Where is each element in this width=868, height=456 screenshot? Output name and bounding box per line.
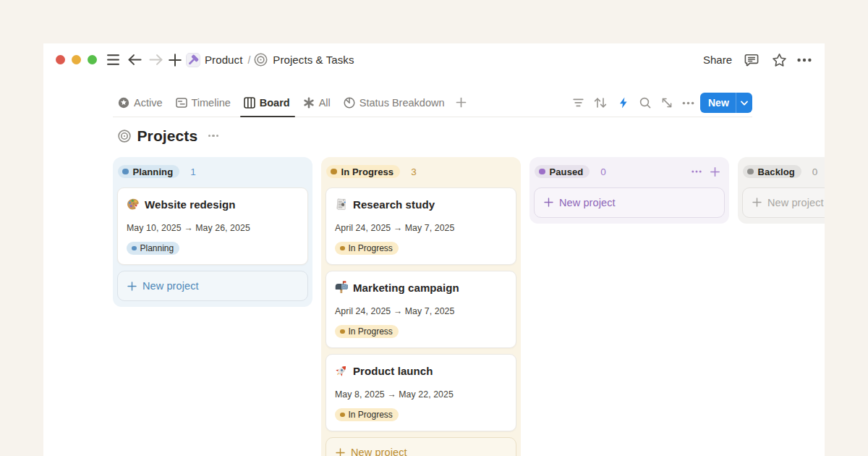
card-research-study[interactable]: Research study April 24, 2025 → May 7, 2… (326, 187, 516, 266)
column-header[interactable]: In Progress 3 (326, 165, 516, 178)
expand-diagonal-icon[interactable] (661, 97, 673, 109)
page-target-icon (254, 53, 268, 67)
column-paused: Paused 0 New project (529, 157, 729, 224)
column-header[interactable]: Planning 1 (117, 165, 308, 178)
status-badge-label: In Progress (349, 243, 393, 253)
new-project-button-paused[interactable]: New project (534, 187, 725, 218)
board-title-row: Projects (113, 125, 218, 147)
breadcrumb-workspace[interactable]: Product (205, 54, 242, 66)
back-arrow-icon[interactable] (128, 54, 142, 65)
group-count: 0 (600, 166, 606, 177)
card-date-range: April 24, 2025 → May 7, 2025 (335, 306, 507, 316)
plus-icon (127, 282, 137, 291)
column-in-progress: In Progress 3 Researc (321, 157, 521, 456)
group-name: In Progress (341, 166, 394, 177)
status-dot (331, 169, 337, 175)
traffic-light-minimize[interactable] (72, 55, 81, 64)
status-dot (122, 169, 129, 175)
card-status-badge: In Progress (335, 325, 399, 338)
tab-label: Timeline (192, 97, 231, 109)
new-project-button-backlog[interactable]: New project (742, 187, 825, 218)
group-count: 3 (411, 166, 417, 177)
column-more-icon[interactable] (692, 170, 702, 173)
view-tabs-bar: Active Timeline Board All Status Breakdo… (113, 93, 752, 117)
sort-icon[interactable] (594, 97, 607, 109)
window-titlebar: Product / Projects & Tasks Share (43, 44, 825, 75)
timeline-icon (176, 97, 187, 109)
kanban-board: Planning 1 (113, 157, 825, 456)
card-title: Product launch (353, 365, 433, 377)
group-pill-paused[interactable]: Paused (535, 165, 590, 178)
forward-arrow-icon[interactable] (149, 54, 163, 65)
filter-icon[interactable] (573, 98, 584, 107)
tab-board[interactable]: Board (241, 93, 293, 117)
asterisk-icon (303, 97, 315, 109)
view-tabs: Active Timeline Board All Status Breakdo… (113, 93, 467, 117)
status-badge-label: In Progress (349, 410, 393, 420)
card-website-redesign[interactable]: Website redesign May 10, 2025 → May 26, … (117, 187, 308, 266)
star-circle-icon (118, 97, 129, 109)
share-button[interactable]: Share (703, 54, 732, 66)
tab-status-breakdown[interactable]: Status Breakdown (341, 93, 448, 117)
traffic-light-zoom[interactable] (88, 55, 97, 64)
status-dot (340, 329, 345, 334)
plus-icon (752, 198, 762, 207)
group-name: Backlog (758, 166, 795, 177)
status-dot (747, 169, 754, 175)
card-date-range: April 24, 2025 → May 7, 2025 (335, 223, 507, 233)
board-columns-icon (244, 97, 255, 109)
comments-icon[interactable] (744, 53, 759, 67)
pie-chart-icon (344, 97, 355, 109)
column-header[interactable]: Backlog 0 (742, 165, 825, 178)
tab-label: Board (260, 97, 290, 109)
card-title: Research study (353, 198, 435, 211)
group-name: Planning (133, 166, 174, 177)
card-marketing-campaign[interactable]: Marketing campaign April 24, 2025 → May … (326, 271, 516, 349)
new-project-label: New project (559, 197, 616, 208)
mailbox-emoji (335, 281, 348, 294)
column-backlog: Backlog 0 New project (738, 157, 825, 224)
new-button-caret-icon[interactable] (736, 93, 752, 113)
palette-emoji (127, 198, 140, 211)
new-project-label: New project (142, 280, 199, 292)
rocket-emoji (335, 364, 348, 377)
status-badge-label: Planning (140, 243, 174, 253)
new-project-label: New project (351, 447, 407, 456)
new-project-button-planning[interactable]: New project (117, 271, 308, 301)
new-project-button-in-progress[interactable]: New project (326, 437, 516, 456)
column-header[interactable]: Paused 0 (534, 165, 725, 178)
hamburger-menu-icon[interactable] (107, 54, 119, 66)
new-button-label[interactable]: New (700, 93, 736, 113)
page-title: Projects (137, 127, 198, 145)
column-planning: Planning 1 (113, 157, 312, 307)
group-pill-backlog[interactable]: Backlog (743, 165, 801, 178)
column-add-icon[interactable] (710, 167, 720, 177)
tab-active[interactable]: Active (115, 93, 166, 117)
view-more-icon[interactable] (682, 101, 694, 105)
group-pill-planning[interactable]: Planning (118, 165, 179, 178)
workspace-hammer-icon[interactable] (186, 53, 200, 67)
plus-icon (544, 198, 553, 207)
new-project-label: New project (767, 197, 824, 208)
tab-timeline[interactable]: Timeline (173, 93, 234, 117)
tab-label: Active (134, 97, 163, 109)
title-more-icon[interactable] (208, 135, 219, 137)
newspaper-emoji (335, 198, 348, 211)
add-view-plus-icon[interactable] (456, 97, 467, 108)
more-options-icon[interactable] (797, 58, 812, 62)
new-page-plus-icon[interactable] (169, 54, 182, 67)
status-dot (539, 169, 545, 175)
traffic-light-close[interactable] (56, 55, 65, 64)
search-icon[interactable] (639, 97, 651, 109)
tab-label: All (319, 97, 331, 109)
card-product-launch[interactable]: Product launch May 8, 2025 → May 22, 202… (326, 354, 516, 432)
tab-all[interactable]: All (300, 93, 333, 117)
group-pill-in-progress[interactable]: In Progress (326, 165, 400, 178)
favorite-star-icon[interactable] (772, 53, 787, 67)
new-button[interactable]: New (700, 93, 752, 113)
app-window: Product / Projects & Tasks Share (43, 43, 825, 456)
automations-lightning-icon[interactable] (619, 97, 628, 109)
breadcrumb-page[interactable]: Projects & Tasks (273, 54, 354, 66)
card-status-badge: Planning (127, 242, 179, 255)
breadcrumb-separator: / (247, 54, 250, 66)
